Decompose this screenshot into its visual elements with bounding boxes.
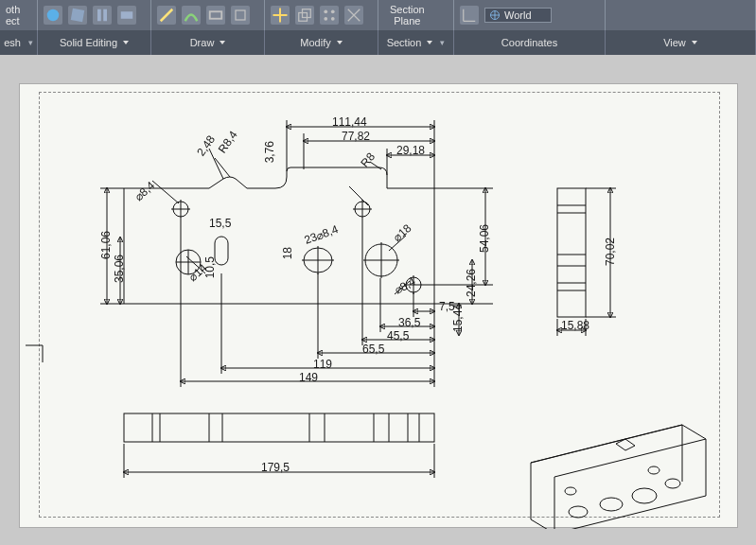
svg-line-63 — [152, 181, 179, 203]
modify-copy-icon[interactable] — [295, 6, 314, 25]
svg-point-10 — [324, 9, 327, 13]
ribbon-panel-labels: esh▾ Solid Editing Draw Modify Section▾ … — [0, 30, 756, 55]
svg-line-69 — [209, 149, 223, 179]
ribbon-panel-view — [606, 0, 756, 30]
dim-24-26: 24,26 — [465, 269, 478, 297]
dim-15-5: 15,5 — [209, 217, 231, 230]
dim-29-18: 29,18 — [396, 144, 425, 157]
ribbon-panel-solid-editing — [38, 0, 151, 30]
ribbon-panel-coordinates: World — [454, 0, 606, 30]
dim-70-02: 70,02 — [604, 237, 617, 266]
svg-rect-3 — [103, 9, 107, 22]
solid-edit-tool-1-icon[interactable] — [44, 6, 62, 25]
svg-rect-2 — [97, 9, 101, 22]
ribbon: othect Section Plane World — [0, 0, 756, 30]
dim-18: 18 — [281, 247, 294, 259]
svg-point-107 — [648, 466, 659, 474]
panel-label-mesh[interactable]: esh▾ — [0, 30, 38, 55]
panel-label-draw[interactable]: Draw — [151, 30, 265, 55]
ucs-icon[interactable] — [460, 6, 479, 25]
svg-point-11 — [331, 9, 335, 13]
dim-35-06: 35,06 — [113, 255, 126, 283]
svg-rect-84 — [124, 413, 434, 442]
dim-65-5: 65,5 — [362, 343, 384, 356]
dim-15-88: 15,88 — [561, 319, 589, 332]
ribbon-partial-text: othect — [6, 4, 20, 26]
ribbon-panel-modify — [265, 0, 378, 30]
dim-61-06: 61,06 — [99, 231, 113, 259]
svg-rect-4 — [121, 11, 133, 19]
svg-rect-1 — [71, 9, 84, 22]
svg-line-100 — [554, 439, 706, 477]
svg-point-103 — [600, 498, 623, 511]
dim-77-82: 77,82 — [342, 130, 370, 143]
svg-point-102 — [569, 506, 588, 518]
svg-point-0 — [47, 9, 60, 22]
panel-label-modify[interactable]: Modify — [265, 30, 378, 55]
svg-rect-6 — [210, 11, 222, 19]
ribbon-panel-mesh-partial: othect — [0, 0, 38, 30]
svg-rect-71 — [557, 188, 586, 317]
dim-15-44: 15,44 — [451, 304, 465, 332]
world-selector[interactable]: World — [484, 8, 552, 23]
svg-point-104 — [632, 488, 657, 503]
dim-36-5: 36,5 — [398, 316, 420, 329]
solid-edit-tool-4-icon[interactable] — [117, 6, 136, 25]
svg-point-106 — [565, 487, 576, 495]
svg-line-99 — [531, 425, 682, 463]
dim-54-06: 54,06 — [478, 224, 491, 253]
panel-label-solid-editing[interactable]: Solid Editing — [38, 30, 151, 55]
draw-rect-icon[interactable] — [206, 6, 225, 25]
svg-line-68 — [215, 158, 230, 177]
draw-line-icon[interactable] — [157, 6, 176, 25]
dim-179-5: 179,5 — [261, 461, 290, 474]
svg-line-5 — [161, 9, 173, 22]
dim-45-5: 45,5 — [387, 329, 409, 343]
globe-icon — [489, 9, 501, 21]
draw-arc-icon[interactable] — [182, 6, 201, 25]
ribbon-panel-draw — [151, 0, 265, 30]
draw-tool-4-icon[interactable] — [231, 6, 250, 25]
dim-119: 119 — [313, 358, 332, 371]
ribbon-panel-section: Section Plane — [378, 0, 454, 30]
panel-label-view[interactable]: View — [606, 30, 756, 55]
drawing-content: 111,44 77,82 29,18 2,48 R8,4 3,76 R8 ⌀8,… — [20, 84, 737, 527]
solid-edit-tool-3-icon[interactable] — [93, 6, 112, 25]
dim-3-76: 3,76 — [263, 141, 276, 163]
svg-point-12 — [324, 17, 327, 21]
svg-point-13 — [331, 17, 335, 21]
solid-edit-tool-2-icon[interactable] — [68, 6, 87, 25]
svg-point-105 — [665, 479, 680, 488]
modify-array-icon[interactable] — [320, 6, 339, 25]
section-plane-button[interactable]: Section Plane — [384, 2, 431, 28]
panel-label-section[interactable]: Section▾ — [378, 30, 454, 55]
modify-move-icon[interactable] — [271, 6, 290, 25]
modify-trim-icon[interactable] — [344, 6, 363, 25]
dim-10-5: 10,5 — [203, 256, 217, 278]
dim-111-44: 111,44 — [332, 115, 367, 129]
drawing-canvas[interactable]: 111,44 77,82 29,18 2,48 R8,4 3,76 R8 ⌀8,… — [0, 55, 756, 545]
dim-149: 149 — [299, 371, 318, 384]
svg-rect-7 — [236, 10, 245, 20]
panel-label-coordinates[interactable]: Coordinates — [454, 30, 606, 55]
paper-sheet: 111,44 77,82 29,18 2,48 R8,4 3,76 R8 ⌀8,… — [19, 83, 738, 528]
